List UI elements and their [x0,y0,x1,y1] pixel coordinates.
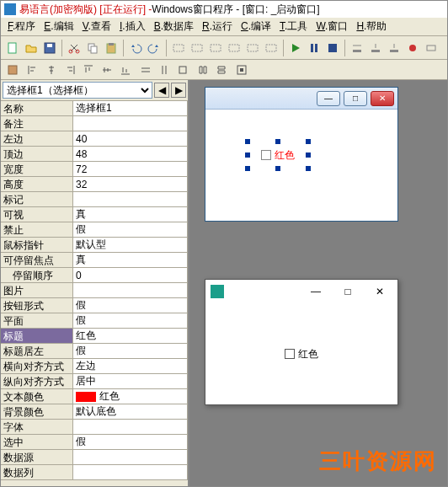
align-center-v-icon[interactable] [99,62,115,78]
prop-row[interactable]: 左边40 [1,131,188,147]
prop-value[interactable]: 假 [73,222,188,238]
prop-value[interactable]: 真 [73,207,188,222]
new-file-icon[interactable] [4,40,21,56]
align-left-icon[interactable] [24,62,41,78]
prop-value[interactable] [73,450,188,465]
undo-icon[interactable] [127,40,144,56]
prop-value[interactable] [73,420,188,435]
prop-row[interactable]: 背景颜色默认底色 [1,404,188,420]
menu-item-0[interactable]: F.程序 [4,18,39,35]
toggle-6-icon[interactable] [263,40,280,56]
prop-value[interactable]: 假 [73,298,188,313]
close-icon[interactable]: ✕ [371,91,394,106]
toggle-5-icon[interactable] [244,40,261,56]
paste-icon[interactable] [103,40,120,56]
prop-value[interactable]: 48 [73,147,188,162]
align-top-icon[interactable] [80,62,97,78]
prop-row[interactable]: 高度32 [1,177,188,192]
toggle-3-icon[interactable] [207,40,224,56]
prop-row[interactable]: 平面假 [1,313,188,329]
step-into-icon[interactable] [367,40,384,56]
step-over-icon[interactable] [349,40,365,56]
prop-row[interactable]: 数据源 [1,450,188,465]
prop-value[interactable]: 真 [73,253,188,268]
menu-item-6[interactable]: C.编译 [237,18,275,35]
open-file-icon[interactable] [23,40,40,56]
book-icon[interactable] [4,62,21,78]
prop-value[interactable] [73,116,188,131]
prop-row[interactable]: 标题居左假 [1,344,188,359]
runtime-minimize-icon[interactable]: — [303,282,328,301]
prop-value[interactable]: 默认型 [73,238,188,253]
center-window-icon[interactable] [233,62,250,78]
spacing-h-icon[interactable] [195,62,211,78]
prop-row[interactable]: 宽度72 [1,162,188,177]
prop-row[interactable]: 字体 [1,420,188,435]
prop-row[interactable]: 禁止假 [1,222,188,238]
prop-value[interactable]: 40 [73,131,188,147]
design-window[interactable]: — □ ✕ 红色 [205,87,398,222]
same-size-icon[interactable] [174,62,191,78]
align-right-icon[interactable] [61,62,78,78]
prop-row[interactable]: 图片 [1,283,188,298]
prop-row[interactable]: 按钮形式假 [1,298,188,313]
prop-row[interactable]: 备注 [1,116,188,131]
align-center-h-icon[interactable] [43,62,60,78]
runtime-checkbox-icon[interactable] [285,349,295,359]
prop-row[interactable]: 数据列 [1,465,188,480]
step-out-icon[interactable] [386,40,403,56]
runtime-maximize-icon[interactable]: □ [335,282,360,301]
prop-value[interactable]: 假 [73,344,188,359]
menu-item-2[interactable]: V.查看 [79,18,115,35]
save-icon[interactable] [41,40,58,56]
menu-item-7[interactable]: T.工具 [276,18,311,35]
prop-value[interactable]: 假 [73,435,188,450]
redo-icon[interactable] [146,40,163,56]
prop-value[interactable]: 居中 [73,374,188,389]
prop-row[interactable]: 标记 [1,192,188,207]
pause-icon[interactable] [306,40,323,56]
prop-value[interactable]: 默认底色 [73,404,188,420]
menu-item-3[interactable]: I.插入 [116,18,149,35]
property-grid[interactable]: 名称选择框1备注左边40顶边48宽度72高度32标记可视真禁止假鼠标指针默认型可… [1,100,188,486]
prop-row[interactable]: 可停留焦点真 [1,253,188,268]
same-width-icon[interactable] [137,62,154,78]
prop-value[interactable]: 红色 [73,329,188,344]
object-selector[interactable]: 选择框1（选择框） [3,82,152,99]
prop-value[interactable]: 假 [73,313,188,329]
toggle-4-icon[interactable] [226,40,243,56]
prop-value[interactable]: 选择框1 [73,101,188,116]
selector-next-button[interactable]: ▶ [171,83,186,98]
prop-row[interactable]: 顶边48 [1,147,188,162]
prop-row[interactable]: 停留顺序0 [1,268,188,283]
prop-row[interactable]: 可视真 [1,207,188,222]
runtime-close-icon[interactable]: ✕ [367,282,392,301]
prop-value[interactable] [73,283,188,298]
watch-icon[interactable] [423,40,440,56]
align-bottom-icon[interactable] [117,62,134,78]
prop-row[interactable]: 名称选择框1 [1,101,188,116]
toggle-1-icon[interactable] [170,40,187,56]
prop-value[interactable]: 左边 [73,359,188,374]
prop-row[interactable]: 鼠标指针默认型 [1,238,188,253]
toggle-2-icon[interactable] [189,40,205,56]
prop-value[interactable]: 32 [73,177,188,192]
spacing-v-icon[interactable] [213,62,230,78]
prop-value[interactable] [73,192,188,207]
stop-icon[interactable] [324,40,341,56]
prop-row[interactable]: 选中假 [1,435,188,450]
breakpoint-icon[interactable] [404,40,421,56]
menu-item-1[interactable]: E.编辑 [40,18,77,35]
runtime-window[interactable]: — □ ✕ 红色 [205,279,398,405]
copy-icon[interactable] [84,40,101,56]
design-checkbox-control[interactable]: 红色 [248,142,308,169]
prop-row[interactable]: 标题红色 [1,329,188,344]
menu-item-5[interactable]: R.运行 [199,18,236,35]
menu-item-8[interactable]: W.窗口 [312,18,351,35]
run-icon[interactable] [287,40,304,56]
prop-row[interactable]: 横向对齐方式左边 [1,359,188,374]
prop-row[interactable]: 纵向对齐方式居中 [1,374,188,389]
maximize-icon[interactable]: □ [344,91,367,106]
prop-value[interactable] [73,465,188,480]
menu-item-4[interactable]: B.数据库 [151,18,197,35]
